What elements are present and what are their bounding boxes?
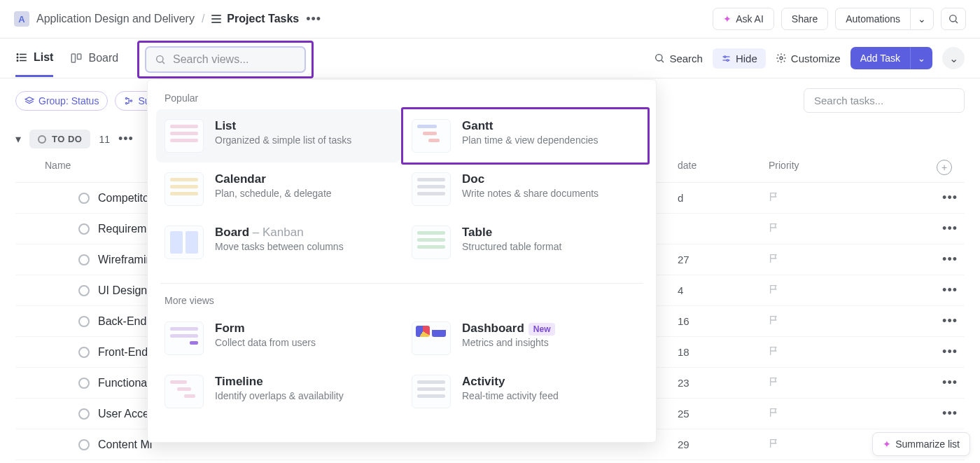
list-icon bbox=[15, 51, 28, 64]
priority-flag-icon[interactable] bbox=[769, 315, 860, 329]
summarize-list-button[interactable]: ✦ Summarize list bbox=[872, 432, 970, 456]
search-tasks-placeholder: Search tasks... bbox=[814, 95, 883, 106]
breadcrumb-project[interactable]: Application Design and Delivery bbox=[36, 13, 195, 25]
view-option-list[interactable]: List Organized & simple list of tasks bbox=[156, 109, 400, 163]
svg-point-14 bbox=[724, 55, 726, 57]
row-more-icon[interactable]: ••• bbox=[937, 283, 965, 298]
view-option-gantt[interactable]: Gantt Plan time & view dependencies bbox=[401, 107, 650, 165]
svg-point-0 bbox=[950, 15, 956, 22]
status-ring-icon bbox=[38, 135, 46, 144]
status-count: 11 bbox=[99, 134, 110, 145]
task-date: 25 bbox=[678, 408, 769, 420]
col-date[interactable]: date bbox=[678, 160, 769, 175]
view-option-board[interactable]: Board – Kanban Move tasks between column… bbox=[156, 216, 400, 269]
priority-flag-icon[interactable] bbox=[769, 191, 860, 205]
more-icon[interactable]: ••• bbox=[306, 12, 321, 27]
row-more-icon[interactable]: ••• bbox=[937, 314, 965, 329]
list-icon bbox=[211, 15, 221, 23]
priority-flag-icon[interactable] bbox=[769, 345, 860, 359]
row-more-icon[interactable]: ••• bbox=[937, 252, 965, 267]
svg-point-20 bbox=[126, 97, 127, 99]
col-priority[interactable]: Priority bbox=[769, 160, 860, 175]
status-more-icon[interactable]: ••• bbox=[118, 132, 134, 146]
ask-ai-button[interactable]: ✦ Ask AI bbox=[713, 8, 774, 30]
view-option-doc[interactable]: Doc Write notes & share documents bbox=[403, 163, 648, 216]
view-option-calendar-sub: Plan, schedule, & delegate bbox=[215, 188, 332, 199]
priority-flag-icon[interactable] bbox=[769, 407, 860, 421]
svg-rect-9 bbox=[78, 54, 81, 60]
status-ring-icon[interactable] bbox=[78, 408, 90, 420]
priority-flag-icon[interactable] bbox=[769, 284, 860, 298]
group-status-label: Group: Status bbox=[38, 95, 99, 106]
view-option-board-sub: Move tasks between columns bbox=[215, 241, 344, 252]
status-ring-icon[interactable] bbox=[78, 254, 90, 265]
automations-button[interactable]: Automations bbox=[835, 8, 910, 30]
collapse-chevron-icon[interactable]: ▾ bbox=[15, 132, 21, 146]
view-option-activity-sub: Real-time activity feed bbox=[462, 390, 559, 401]
doc-thumb-icon bbox=[412, 172, 451, 206]
more-grid: Form Collect data from users DashboardNe… bbox=[152, 309, 652, 428]
view-option-board-title: Board – Kanban bbox=[215, 226, 344, 240]
search-views-input[interactable]: Search views... bbox=[145, 46, 306, 73]
search-tasks-input[interactable]: Search tasks... bbox=[804, 88, 965, 113]
view-option-calendar[interactable]: Calendar Plan, schedule, & delegate bbox=[156, 163, 400, 216]
row-more-icon[interactable]: ••• bbox=[937, 191, 965, 205]
status-ring-icon[interactable] bbox=[78, 347, 90, 358]
table-row[interactable]: Final Deplo 30 ••• bbox=[15, 460, 965, 463]
view-option-form-sub: Collect data from users bbox=[215, 337, 316, 348]
tab-board[interactable]: Board bbox=[70, 41, 118, 76]
row-more-icon[interactable]: ••• bbox=[937, 345, 965, 359]
share-button[interactable]: Share bbox=[781, 8, 828, 30]
status-ring-icon[interactable] bbox=[78, 439, 90, 450]
view-option-activity[interactable]: Activity Real-time activity feed bbox=[403, 365, 648, 418]
svg-point-21 bbox=[126, 102, 127, 104]
global-search-button[interactable] bbox=[941, 8, 966, 30]
add-task-chevron-button[interactable]: ⌄ bbox=[910, 47, 932, 69]
priority-flag-icon[interactable] bbox=[769, 376, 860, 390]
task-name-text: Functionali bbox=[98, 377, 152, 389]
stack-icon bbox=[24, 96, 34, 106]
view-option-timeline[interactable]: Timeline Identify overlaps & availabilit… bbox=[156, 365, 400, 418]
view-option-form-title: Form bbox=[215, 322, 316, 336]
status-ring-icon[interactable] bbox=[78, 378, 90, 389]
row-more-icon[interactable]: ••• bbox=[937, 221, 965, 236]
tab-list[interactable]: List bbox=[15, 40, 53, 77]
view-option-timeline-title: Timeline bbox=[215, 375, 344, 389]
row-more-icon[interactable]: ••• bbox=[937, 375, 965, 390]
gantt-thumb-icon bbox=[412, 119, 451, 153]
task-name-text: Front-End bbox=[98, 346, 148, 359]
tab-board-label: Board bbox=[88, 52, 118, 64]
automations-chevron-button[interactable]: ⌄ bbox=[910, 8, 934, 30]
priority-flag-icon[interactable] bbox=[769, 253, 860, 267]
view-option-table[interactable]: Table Structured table format bbox=[403, 216, 648, 269]
task-name-text: Content Mi bbox=[98, 438, 152, 451]
add-task-button[interactable]: Add Task bbox=[850, 47, 910, 69]
search-icon bbox=[948, 13, 959, 25]
page-title-wrap[interactable]: Project Tasks bbox=[211, 13, 299, 25]
status-ring-icon[interactable] bbox=[78, 223, 90, 235]
view-controls: Search Hide Customize Add Task ⌄ ⌄ bbox=[654, 47, 965, 69]
status-ring-icon[interactable] bbox=[78, 316, 90, 327]
search-control[interactable]: Search bbox=[654, 53, 703, 64]
status-ring-icon[interactable] bbox=[78, 193, 90, 204]
hide-control[interactable]: Hide bbox=[713, 48, 766, 69]
group-status-chip[interactable]: Group: Status bbox=[15, 91, 108, 111]
svg-point-10 bbox=[656, 55, 662, 61]
svg-point-22 bbox=[131, 99, 132, 101]
overflow-button[interactable]: ⌄ bbox=[942, 47, 965, 69]
view-option-dashboard[interactable]: DashboardNew Metrics and insights bbox=[403, 312, 648, 365]
svg-point-6 bbox=[17, 57, 18, 58]
task-name-text: UI Design bbox=[98, 284, 147, 297]
priority-flag-icon[interactable] bbox=[769, 222, 860, 236]
view-option-form[interactable]: Form Collect data from users bbox=[156, 312, 400, 365]
customize-control[interactable]: Customize bbox=[776, 53, 841, 64]
board-icon bbox=[70, 52, 83, 64]
app-badge: A bbox=[14, 11, 29, 27]
svg-line-18 bbox=[162, 62, 164, 64]
task-date: 29 bbox=[678, 438, 769, 450]
row-more-icon[interactable]: ••• bbox=[937, 406, 965, 421]
add-column-button[interactable]: + bbox=[937, 160, 952, 175]
priority-flag-icon[interactable] bbox=[769, 438, 860, 452]
status-ring-icon[interactable] bbox=[78, 285, 90, 296]
status-pill[interactable]: TO DO bbox=[29, 130, 90, 148]
